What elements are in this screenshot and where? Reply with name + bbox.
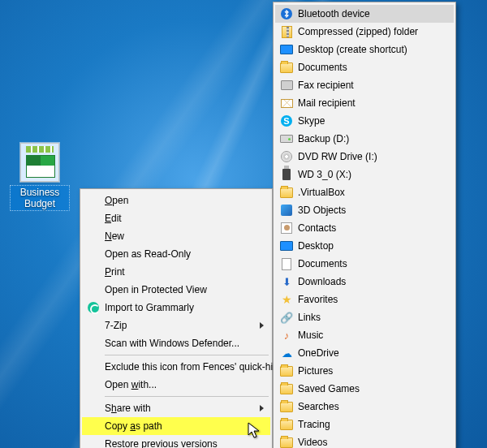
menu-item-print[interactable]: Print [82,263,270,281]
sendto-item-mail-recipient[interactable]: Mail recipient [275,94,454,112]
sendto-item-virtualbox[interactable]: .VirtualBox [275,183,454,201]
menu-item-label: Print [105,266,125,278]
menu-item-label: Mail recipient [298,97,356,109]
desktop-icon [280,239,293,252]
mail-icon [280,97,293,110]
excel-file-icon [20,143,59,182]
sendto-item-downloads[interactable]: ⬇Downloads [275,273,454,291]
folder-icon [280,382,293,395]
menu-item-label: Tracing [298,419,330,430]
menu-item-share-with[interactable]: Share with [82,399,270,417]
menu-item-exclude-this-icon-from-fences-quick-hide[interactable]: Exclude this icon from Fences' quick-hid… [82,358,270,376]
menu-item-label: WD 3_0 (X:) [298,169,351,180]
zip-icon [280,25,293,38]
menu-item-open-with[interactable]: Open with... [82,376,270,394]
menu-item-label: Restore previous versions [105,438,218,448]
menu-item-label: Saved Games [298,383,360,394]
fax-icon [280,79,293,92]
menu-item-label: 3D Objects [298,205,346,216]
menu-item-label: OneDrive [298,347,339,359]
menu-item-copy-as-path[interactable]: Copy as path [82,417,270,435]
menu-item-edit[interactable]: Edit [82,209,270,227]
sendto-item-searches[interactable]: Searches [275,398,454,416]
menu-item-scan-with-windows-defender[interactable]: Scan with Windows Defender... [82,334,270,352]
menu-item-label: Desktop (create shortcut) [298,44,407,55]
menu-item-label: Exclude this icon from Fences' quick-hid… [105,361,283,373]
sendto-item-onedrive[interactable]: ☁OneDrive [275,344,454,362]
menu-item-label: Compressed (zipped) folder [298,26,418,37]
menu-item-label: Open in Protected View [105,284,207,295]
menu-item-label: Import to Grammarly [105,302,194,313]
disc-icon [280,150,293,163]
down-icon: ⬇ [280,275,293,288]
folder-icon [280,364,293,377]
doc-icon [280,257,293,270]
submenu-arrow-icon [260,405,264,411]
menu-item-label: Downloads [298,276,346,287]
sendto-item-videos[interactable]: Videos [275,433,454,448]
bluetooth-icon [280,7,293,20]
music-icon: ♪ [280,329,293,342]
menu-item-label: New [105,230,124,242]
menu-item-new[interactable]: New [82,227,270,245]
menu-item-label: Documents [298,258,347,269]
sendto-item-documents[interactable]: Documents [275,58,454,76]
sendto-item-compressed-zipped-folder[interactable]: Compressed (zipped) folder [275,23,454,41]
folder-icon [280,61,293,74]
menu-separator [105,396,269,397]
sendto-item-skype[interactable]: SSkype [275,112,454,130]
sendto-item-links[interactable]: 🔗Links [275,308,454,326]
sendto-submenu: Bluetooth deviceCompressed (zipped) fold… [273,2,456,448]
menu-item-open-in-protected-view[interactable]: Open in Protected View [82,281,270,299]
menu-item-label: Pictures [298,365,333,377]
sendto-item-desktop[interactable]: Desktop [275,237,454,255]
menu-item-label: Open as Read-Only [105,248,191,260]
sendto-item-tracing[interactable]: Tracing [275,416,454,433]
sendto-item-music[interactable]: ♪Music [275,326,454,344]
desktop-icon[interactable]: Business Budget [10,143,70,211]
menu-item-label: Searches [298,401,339,412]
sendto-item-3d-objects[interactable]: 3D Objects [275,201,454,219]
menu-item-7-zip[interactable]: 7-Zip [82,317,270,334]
drive-icon [280,132,293,145]
menu-item-label: Scan with Windows Defender... [105,338,239,349]
folder-icon [280,400,293,413]
menu-item-label: Favorites [298,294,338,305]
sendto-item-bluetooth-device[interactable]: Bluetooth device [275,5,454,23]
menu-item-label: Bluetooth device [298,8,370,19]
sendto-item-dvd-rw-drive-i[interactable]: DVD RW Drive (I:) [275,148,454,166]
folder-icon [280,436,293,448]
menu-item-label: DVD RW Drive (I:) [298,151,377,162]
desktop-icon [280,43,293,56]
3d-icon [280,204,293,217]
menu-item-label: .VirtualBox [298,187,345,198]
menu-item-label: Music [298,330,323,341]
menu-separator [105,355,269,355]
menu-item-label: Videos [298,437,327,448]
sendto-item-desktop-create-shortcut[interactable]: Desktop (create shortcut) [275,41,454,58]
sendto-item-favorites[interactable]: ★Favorites [275,291,454,308]
menu-item-label: Documents [298,62,347,73]
link-icon: 🔗 [280,311,293,324]
sendto-item-contacts[interactable]: Contacts [275,219,454,237]
menu-item-label: Desktop [298,240,334,252]
menu-item-label: 7-Zip [105,320,127,331]
sendto-item-backup-d[interactable]: Backup (D:) [275,130,454,148]
menu-item-import-to-grammarly[interactable]: Import to Grammarly [82,299,270,317]
folder-icon [280,186,293,199]
skype-icon: S [280,114,293,127]
menu-item-label: Fax recipient [298,80,354,91]
menu-item-label: Contacts [298,222,336,234]
menu-item-open-as-read-only[interactable]: Open as Read-Only [82,245,270,263]
sendto-item-documents[interactable]: Documents [275,255,454,273]
sendto-item-pictures[interactable]: Pictures [275,362,454,380]
sendto-item-fax-recipient[interactable]: Fax recipient [275,76,454,94]
sendto-item-wd-3-0-x[interactable]: WD 3_0 (X:) [275,166,454,183]
sendto-item-saved-games[interactable]: Saved Games [275,380,454,398]
menu-item-label: Share with [105,403,151,414]
menu-item-label: Open [105,195,128,206]
menu-item-open[interactable]: Open [82,192,270,209]
menu-item-restore-previous-versions[interactable]: Restore previous versions [82,435,270,448]
usb-icon [280,168,293,181]
desktop-icon-label: Business Budget [20,187,60,209]
